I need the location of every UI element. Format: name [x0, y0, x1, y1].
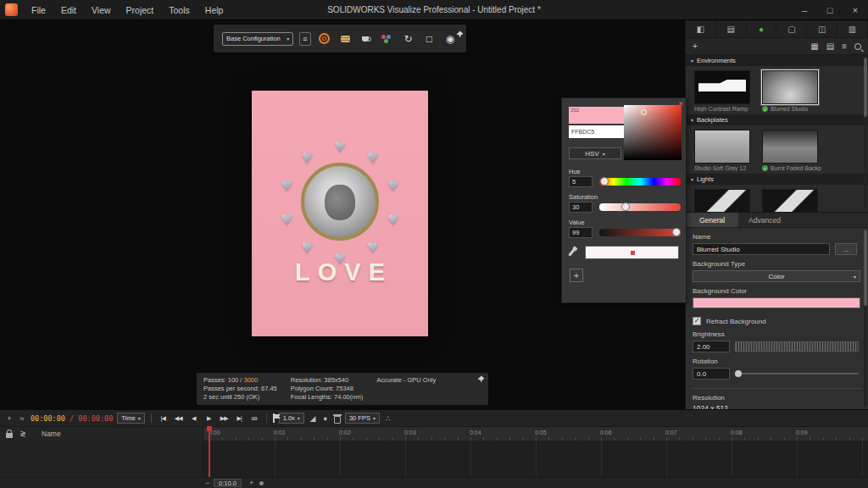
- menu-icon[interactable]: ≡: [842, 42, 847, 51]
- current-color-swatch[interactable]: 252: [569, 107, 625, 124]
- tab-backplates[interactable]: ▢: [776, 20, 807, 37]
- palette-scrollbar[interactable]: [864, 58, 867, 209]
- hue-slider-knob[interactable]: [600, 177, 609, 186]
- grid-view-icon[interactable]: ▦: [810, 42, 818, 51]
- brightness-slider[interactable]: [735, 341, 859, 352]
- hex-input[interactable]: FFBDC5: [569, 125, 625, 138]
- tab-advanced[interactable]: Advanced: [738, 213, 791, 227]
- environment-thumbnail[interactable]: [694, 70, 750, 104]
- configuration-dropdown[interactable]: Base Configuration ▾: [222, 32, 293, 46]
- graph-icon[interactable]: ∴: [384, 414, 392, 423]
- close-button[interactable]: ×: [843, 0, 868, 20]
- value-slider-knob[interactable]: [672, 228, 681, 236]
- toolbar-menu-button[interactable]: ≡: [299, 32, 310, 46]
- skip-start-button[interactable]: |◀: [158, 415, 169, 422]
- backplates-section-header[interactable]: ▾ Backplates: [686, 114, 868, 125]
- tab-models[interactable]: ◧: [686, 20, 716, 37]
- backplate-thumbnail[interactable]: [762, 130, 818, 164]
- tab-appearances[interactable]: ▤: [716, 20, 747, 37]
- menu-project[interactable]: Project: [119, 0, 162, 20]
- add-color-button[interactable]: +: [570, 269, 583, 282]
- saturation-input[interactable]: 30: [569, 202, 593, 213]
- menu-edit[interactable]: Edit: [53, 0, 84, 20]
- eyedropper-icon[interactable]: [568, 248, 576, 257]
- tab-general[interactable]: General: [686, 213, 738, 227]
- rotation-slider-knob[interactable]: [735, 370, 742, 377]
- backplate-item[interactable]: ✓Burnt Faded Backplate: [762, 130, 821, 171]
- tab-cameras[interactable]: ▥: [837, 20, 868, 37]
- render-viewport[interactable]: ♥ ♥ ♥ ♥ ♥ ♥ ♥ ♥ ♥ ♥ LOVE Base Configurat…: [0, 20, 868, 409]
- hue-slider[interactable]: [599, 178, 681, 186]
- background-type-dropdown[interactable]: Color ▾: [693, 270, 860, 282]
- refract-checkbox[interactable]: ✓: [693, 317, 701, 325]
- light-item[interactable]: [694, 189, 754, 212]
- environments-section-header[interactable]: ▾ Environments: [686, 55, 868, 66]
- appearances-button[interactable]: [337, 30, 353, 48]
- snap-icon[interactable]: +: [5, 414, 14, 423]
- environment-item[interactable]: ✓Blurred Studio: [762, 70, 821, 112]
- curve-icon[interactable]: ≈: [18, 414, 26, 423]
- saturation-slider[interactable]: [599, 203, 681, 211]
- playhead[interactable]: [209, 426, 210, 477]
- sv-selector[interactable]: [641, 109, 647, 115]
- delete-keyframe-icon[interactable]: [334, 416, 341, 424]
- lock-icon[interactable]: [6, 433, 13, 438]
- track-area[interactable]: [0, 441, 868, 477]
- light-thumbnail[interactable]: [762, 189, 818, 212]
- play-reverse-button[interactable]: ◀: [188, 415, 199, 422]
- loop-button[interactable]: ∞: [249, 413, 260, 423]
- render-mode-button[interactable]: [317, 30, 332, 48]
- lights-section-header[interactable]: ▾ Lights: [686, 174, 868, 185]
- render-card-model[interactable]: ♥ ♥ ♥ ♥ ♥ ♥ ♥ ♥ ♥ ♥ LOVE: [252, 91, 428, 336]
- play-button[interactable]: ▶: [203, 415, 214, 422]
- zoom-slider-knob[interactable]: [259, 481, 264, 485]
- value-input[interactable]: 99: [569, 227, 593, 238]
- list-view-icon[interactable]: ▤: [826, 42, 834, 51]
- environment-thumbnail[interactable]: [762, 70, 818, 104]
- timeline-ruler[interactable]: 0:00 0:01 0:02 0:03 0:04 0:05 0:06 0:07 …: [203, 427, 868, 441]
- saturation-value-field[interactable]: [624, 105, 682, 160]
- speed-dropdown[interactable]: 1.0x ▾: [279, 413, 304, 424]
- maximize-button[interactable]: □: [817, 0, 843, 20]
- refresh-button[interactable]: ↻: [401, 30, 416, 48]
- properties-scrollbar[interactable]: [864, 230, 867, 407]
- search-icon[interactable]: [854, 43, 861, 50]
- materials-button[interactable]: [380, 30, 395, 48]
- rotation-slider[interactable]: [735, 369, 859, 379]
- pin-icon[interactable]: [477, 375, 485, 385]
- add-icon[interactable]: +: [693, 42, 698, 51]
- model-button[interactable]: □: [421, 30, 437, 48]
- backplate-item[interactable]: Studio Soft Grey 12: [694, 130, 754, 171]
- name-input[interactable]: Blurred Studio: [693, 243, 830, 255]
- keyframe-icon[interactable]: ♦: [321, 414, 330, 423]
- more-button[interactable]: ...: [835, 243, 857, 255]
- backplate-thumbnail[interactable]: [694, 130, 750, 164]
- minimize-button[interactable]: –: [792, 0, 817, 20]
- skip-end-button[interactable]: ▶|: [234, 415, 245, 422]
- value-slider[interactable]: [599, 229, 681, 236]
- color-mode-dropdown[interactable]: HSV ▾: [569, 147, 621, 159]
- hue-input[interactable]: 5: [569, 176, 593, 187]
- background-color-swatch[interactable]: [693, 297, 860, 308]
- step-forward-button[interactable]: ▶▶: [219, 415, 230, 422]
- rotation-input[interactable]: 0.0: [693, 368, 730, 380]
- zoom-in-button[interactable]: +: [249, 478, 253, 488]
- light-thumbnail[interactable]: [694, 189, 750, 212]
- menu-file[interactable]: File: [24, 0, 53, 20]
- fps-dropdown[interactable]: 30 FPS ▾: [345, 413, 380, 424]
- brightness-input[interactable]: 2.00: [693, 341, 730, 352]
- saturation-slider-knob[interactable]: [621, 202, 630, 211]
- refract-background-row[interactable]: ✓ Refract Background: [693, 317, 861, 325]
- curve-filter-icon[interactable]: ≷: [19, 430, 27, 438]
- tab-environments[interactable]: ●: [747, 20, 777, 37]
- light-item[interactable]: [762, 189, 821, 212]
- step-back-button[interactable]: ◀◀: [173, 415, 184, 422]
- pin-icon[interactable]: [456, 26, 464, 42]
- paint-tools-button[interactable]: [359, 30, 374, 48]
- menu-tools[interactable]: Tools: [161, 0, 198, 20]
- menu-view[interactable]: View: [84, 0, 119, 20]
- zoom-out-button[interactable]: −: [205, 478, 209, 488]
- menu-help[interactable]: Help: [198, 0, 231, 20]
- ease-curve-icon[interactable]: ◢: [309, 414, 317, 423]
- tab-decals[interactable]: ◫: [807, 20, 837, 37]
